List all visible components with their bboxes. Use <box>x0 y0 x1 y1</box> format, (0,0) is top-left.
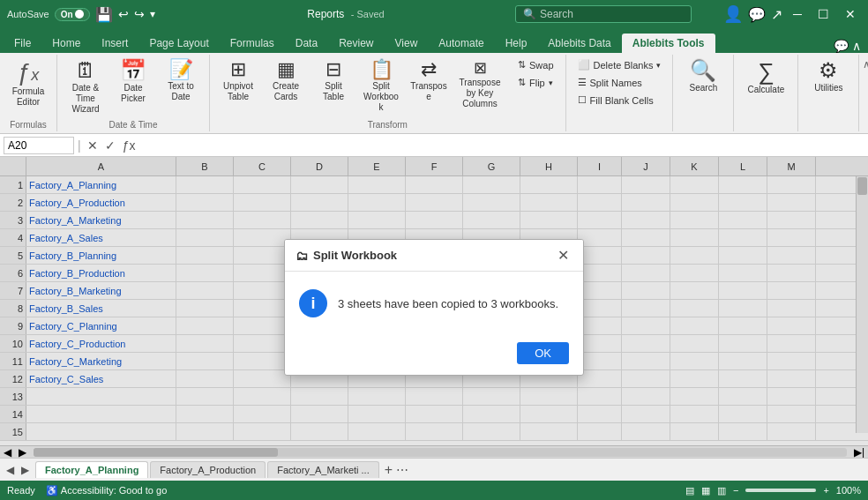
formula-bar: | ✕ ✓ ƒx <box>0 134 868 157</box>
tab-data[interactable]: Data <box>285 34 328 53</box>
autosave-label: AutoSave <box>7 9 49 19</box>
dialog-titlebar: 🗂 Split Workbook ✕ <box>285 240 583 272</box>
unpivot-table-button[interactable]: ⊞ Unpivot Table <box>215 56 261 116</box>
title-bar: AutoSave On 💾 ↩ ↪ ▾ Reports - Saved 🔍 Se… <box>0 0 868 28</box>
date-picker-icon: 📅 <box>120 60 146 81</box>
tab-file[interactable]: File <box>4 34 41 53</box>
undo-icon[interactable]: ↩ <box>118 7 129 21</box>
cancel-formula-button[interactable]: ✕ <box>85 138 101 153</box>
unpivot-table-icon: ⊞ <box>230 60 246 79</box>
minimize-button[interactable]: ─ <box>788 5 807 23</box>
tab-ablebits-tools[interactable]: Ablebits Tools <box>622 34 715 53</box>
date-picker-button[interactable]: 📅 Date Picker <box>110 56 156 116</box>
normal-view-icon[interactable]: ▤ <box>685 485 694 496</box>
formula-editor-icon: ƒx <box>18 60 40 85</box>
user-icon[interactable]: 👤 <box>723 4 743 24</box>
tab-review[interactable]: Review <box>328 34 384 53</box>
sheet-scroll-left[interactable]: ◀ <box>4 463 17 477</box>
restore-button[interactable]: ☐ <box>812 5 834 23</box>
toggle-dot <box>75 10 84 19</box>
flip-dropdown-icon[interactable]: ▾ <box>549 78 553 87</box>
split-names-label: Split Names <box>590 78 642 88</box>
create-cards-label: Create Cards <box>267 81 304 102</box>
zoom-out-icon[interactable]: − <box>733 485 738 496</box>
tab-home[interactable]: Home <box>41 34 91 53</box>
comment-icon[interactable]: 💬 <box>748 6 766 23</box>
status-bar: Ready ♿ Accessibility: Good to go ▤ ▦ ▥ … <box>0 481 868 500</box>
customize-icon[interactable]: ▾ <box>150 8 155 20</box>
tab-view[interactable]: View <box>385 34 429 53</box>
search-button[interactable]: 🔍 Search <box>678 56 728 116</box>
utilities-button[interactable]: ⚙ Utilities <box>804 56 853 116</box>
zoom-slider[interactable] <box>745 489 816 492</box>
create-cards-icon: ▦ <box>277 60 296 79</box>
tab-ablebits-data[interactable]: Ablebits Data <box>537 34 621 53</box>
calculate-label: Calculate <box>748 85 785 95</box>
create-cards-button[interactable]: ▦ Create Cards <box>263 56 309 116</box>
utilities-icon: ⚙ <box>819 60 838 81</box>
name-box[interactable] <box>4 137 74 154</box>
ribbon-group-date-time: 🗓 Date & Time Wizard 📅 Date Picker 📝 Tex… <box>57 55 210 131</box>
dialog-close-button[interactable]: ✕ <box>554 247 572 264</box>
add-sheet-button[interactable]: + <box>385 462 393 478</box>
date-time-wizard-button[interactable]: 🗓 Date & Time Wizard <box>63 56 108 118</box>
comments-icon[interactable]: 💬 <box>834 39 849 53</box>
formula-input[interactable] <box>141 139 864 152</box>
flip-button[interactable]: ⇅ Flip ▾ <box>512 74 560 91</box>
flip-icon: ⇅ <box>518 77 526 88</box>
split-names-button[interactable]: ☰ Split Names <box>572 74 668 91</box>
tab-formulas[interactable]: Formulas <box>220 34 285 53</box>
split-names-icon: ☰ <box>578 77 587 88</box>
sheet-options-icon[interactable]: ⋯ <box>396 463 408 477</box>
text-to-date-icon: 📝 <box>169 60 193 79</box>
transpose-by-key-button[interactable]: ⊠ Transpose by Key Columns <box>453 56 506 113</box>
swap-label: Swap <box>529 60 554 71</box>
formulas-group-label: Formulas <box>10 118 47 130</box>
ribbon-group-calculate: ∑ Calculate <box>734 55 798 131</box>
split-workbook-button[interactable]: 📋 Split Workbook <box>358 56 404 116</box>
search-bar[interactable]: 🔍 Search <box>515 5 692 23</box>
close-button[interactable]: ✕ <box>840 5 861 23</box>
fill-blank-icon: ☐ <box>578 94 587 106</box>
autosave-toggle[interactable]: On <box>55 8 90 21</box>
tab-automate[interactable]: Automate <box>428 34 494 53</box>
tab-insert[interactable]: Insert <box>91 34 138 53</box>
ribbon-group-formulas: ƒx Formula Editor Formulas <box>0 55 57 131</box>
sheet-tab-factory-a-planning[interactable]: Factory_A_Planning <box>35 461 148 478</box>
page-layout-view-icon[interactable]: ▦ <box>701 485 710 496</box>
confirm-formula-button[interactable]: ✓ <box>102 138 118 153</box>
save-icon[interactable]: 💾 <box>95 6 113 23</box>
search-btn-label: Search <box>690 83 718 93</box>
page-break-view-icon[interactable]: ▥ <box>717 485 726 496</box>
delete-blanks-dropdown[interactable]: ▾ <box>656 61 661 70</box>
ribbon-collapse-icon[interactable]: ∧ <box>852 39 861 53</box>
ribbon-group-transform: ⊞ Unpivot Table ▦ Create Cards ⊟ Split T… <box>210 55 566 131</box>
swap-button[interactable]: ⇅ Swap <box>512 56 560 73</box>
accessibility-label: ♿ Accessibility: Good to go <box>46 485 167 496</box>
tab-page-layout[interactable]: Page Layout <box>138 34 219 53</box>
ribbon-group-utilities: ⚙ Utilities <box>798 55 859 131</box>
dialog-message: 3 sheets have been copied to 3 workbooks… <box>338 297 558 310</box>
fill-blank-cells-button[interactable]: ☐ Fill Blank Cells <box>572 92 668 108</box>
calculate-button[interactable]: ∑ Calculate <box>739 56 792 116</box>
split-table-icon: ⊟ <box>326 60 341 79</box>
formula-editor-button[interactable]: ƒx Formula Editor <box>5 56 51 116</box>
dialog-icon: 🗂 <box>296 249 308 263</box>
sheet-tab-factory-a-production[interactable]: Factory_A_Production <box>150 461 266 478</box>
tab-help[interactable]: Help <box>495 34 538 53</box>
split-table-button[interactable]: ⊟ Split Table <box>311 56 356 116</box>
dialog-ok-button[interactable]: OK <box>517 342 569 364</box>
ribbon-group-search: 🔍 Search <box>673 55 734 131</box>
share-icon[interactable]: ↗ <box>771 6 782 23</box>
sheet-tab-factory-a-marketi[interactable]: Factory_A_Marketi ... <box>267 461 379 478</box>
text-to-date-button[interactable]: 📝 Text to Date <box>158 56 204 116</box>
transpose-button[interactable]: ⇄ Transpose <box>406 56 452 116</box>
redo-icon[interactable]: ↪ <box>134 7 145 21</box>
transpose-key-icon: ⊠ <box>474 60 487 76</box>
filename: Reports <box>307 8 344 20</box>
insert-function-button[interactable]: ƒx <box>120 138 138 153</box>
delete-blanks-button[interactable]: ⬜ Delete Blanks ▾ <box>572 56 668 73</box>
ribbon-collapse-btn[interactable]: ∧ <box>863 58 868 71</box>
sheet-scroll-right[interactable]: ▶ <box>19 463 32 477</box>
zoom-in-icon[interactable]: + <box>823 485 828 496</box>
